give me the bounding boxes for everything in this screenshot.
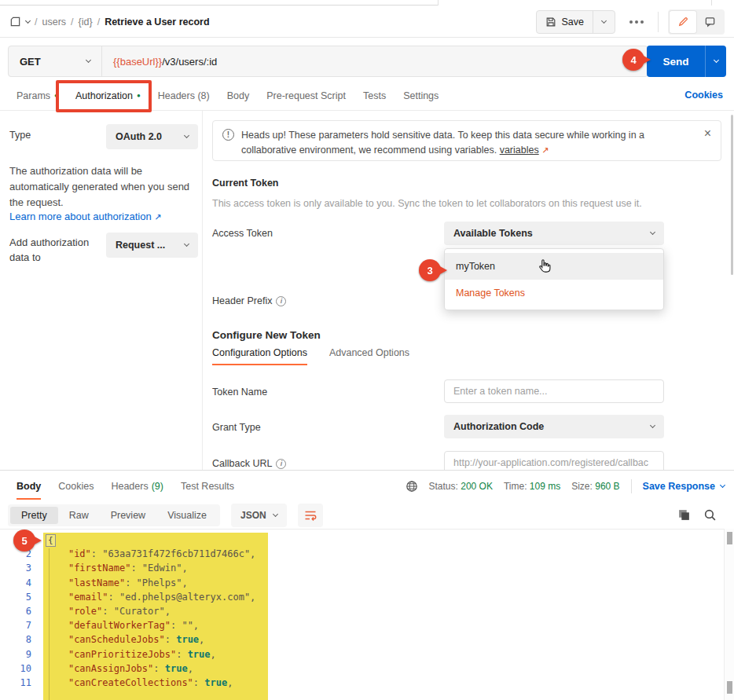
response-tab-headers[interactable]: Headers(9): [102, 471, 172, 502]
method-url-bar: GET {{baseUrl}}/v3/users/:id: [8, 46, 648, 77]
edit-comment-toggle: [668, 9, 725, 35]
tab-label: Authorization: [75, 90, 133, 101]
response-body-viewer[interactable]: 1{2 "id": "63aa731f472f6cb711d7466c",3 "…: [0, 529, 724, 700]
tab-body[interactable]: Body: [218, 82, 259, 110]
view-tab-preview[interactable]: Preview: [100, 507, 156, 524]
menu-item-mytoken[interactable]: myToken: [445, 253, 663, 280]
info-icon[interactable]: i: [276, 459, 286, 469]
save-button[interactable]: Save: [536, 10, 616, 34]
warning-icon: !: [222, 129, 234, 141]
response-scrollbar[interactable]: [724, 529, 734, 700]
grant-type-select[interactable]: Authorization Code: [444, 415, 664, 438]
search-icon[interactable]: [703, 508, 717, 522]
tab-headers-8[interactable]: Headers (8): [149, 82, 218, 110]
line-number[interactable]: 10: [0, 663, 39, 674]
postman-app: / users / {id} / Retrieve a User record …: [0, 0, 734, 700]
breadcrumb-expand-icon[interactable]: [25, 17, 31, 23]
wrap-text-button[interactable]: [298, 504, 323, 527]
response-tab-body[interactable]: Body: [8, 471, 50, 502]
code-content: "canCreateCollections": true,: [39, 677, 233, 688]
callback-url-label: Callback URL i: [212, 458, 286, 469]
token-dropdown-menu: myToken Manage Tokens: [444, 248, 664, 310]
window-tabstrip: [0, 0, 734, 6]
code-line: 10 "canAssignJobs": true,: [0, 662, 724, 676]
modified-dot-icon: ●: [54, 93, 58, 99]
code-line: 7 "defaultWorkerTag": "",: [0, 618, 724, 632]
line-number[interactable]: 4: [0, 577, 39, 588]
code-line: 3 "firstName": "Edwin",: [0, 561, 724, 575]
view-tab-visualize[interactable]: Visualize: [156, 507, 218, 524]
size-pair: Size: 960 B: [571, 481, 619, 492]
line-number[interactable]: 3: [0, 563, 39, 574]
view-tab-pretty[interactable]: Pretty: [10, 507, 58, 524]
globe-icon[interactable]: [406, 480, 418, 493]
code-content: "firstName": "Edwin",: [39, 563, 188, 574]
chevron-down-icon: [273, 511, 278, 517]
auth-scrollbar-thumb[interactable]: [731, 115, 733, 275]
send-button[interactable]: Send: [647, 46, 726, 77]
cookies-link[interactable]: Cookies: [684, 90, 723, 101]
tab-label: Headers (8): [158, 90, 210, 101]
copy-icon[interactable]: [677, 508, 691, 522]
configure-tabs: Configuration OptionsAdvanced Options: [212, 347, 409, 365]
edit-mode-button[interactable]: [670, 11, 696, 33]
response-tab-cookies[interactable]: Cookies: [50, 471, 102, 502]
variables-link[interactable]: variables: [500, 145, 539, 156]
tab-settings[interactable]: Settings: [395, 82, 447, 110]
config-tab-advanced-options[interactable]: Advanced Options: [329, 347, 409, 365]
method-value: GET: [20, 56, 41, 68]
url-input[interactable]: {{baseUrl}}/v3/users/:id: [101, 46, 648, 76]
more-options-button[interactable]: [625, 14, 648, 30]
auth-type-select[interactable]: OAuth 2.0: [106, 124, 198, 149]
chevron-down-icon: [184, 133, 189, 138]
response-tab-test-results[interactable]: Test Results: [172, 471, 243, 502]
auth-description: The authorization data will be automatic…: [9, 163, 200, 211]
method-select[interactable]: GET: [9, 56, 101, 68]
access-token-select[interactable]: Available Tokens: [444, 222, 664, 245]
tab-tests[interactable]: Tests: [354, 82, 395, 110]
config-tab-configuration-options[interactable]: Configuration Options: [212, 347, 307, 365]
info-icon[interactable]: i: [276, 296, 286, 306]
tab-label: Test Results: [181, 481, 234, 492]
auth-type-label: Type: [9, 130, 31, 141]
format-select[interactable]: JSON: [231, 504, 287, 527]
code-line: 4 "lastName": "Phelps",: [0, 576, 724, 590]
comment-icon: [704, 16, 716, 27]
line-number[interactable]: 6: [0, 606, 39, 617]
view-tab-raw[interactable]: Raw: [58, 507, 100, 524]
comment-button[interactable]: [696, 11, 723, 33]
line-number[interactable]: 7: [0, 620, 39, 631]
tab-authorization[interactable]: Authorization●: [67, 82, 149, 110]
tab-params[interactable]: Params●: [8, 82, 67, 110]
scrollbar-thumb[interactable]: [727, 681, 732, 694]
token-name-label: Token Name: [212, 387, 267, 398]
line-number[interactable]: 11: [0, 677, 39, 688]
breadcrumb-subfolder[interactable]: {id}: [79, 16, 93, 27]
save-options-button[interactable]: [593, 10, 615, 34]
scrollbar-thumb[interactable]: [727, 532, 732, 544]
close-warning-button[interactable]: ×: [704, 128, 711, 153]
save-response-button[interactable]: Save Response: [643, 481, 725, 492]
learn-more-link[interactable]: Learn more about authorization ↗: [9, 211, 162, 222]
current-token-description: This access token is only available to y…: [212, 198, 642, 209]
breadcrumb-sep: /: [35, 16, 37, 27]
save-label: Save: [562, 16, 585, 27]
tab-pre-request-script[interactable]: Pre-request Script: [258, 82, 354, 110]
token-name-input[interactable]: [444, 379, 664, 403]
collection-icon[interactable]: [9, 16, 21, 27]
grant-type-label: Grant Type: [212, 422, 261, 433]
send-options-button[interactable]: [705, 46, 726, 77]
save-response-label: Save Response: [643, 481, 715, 492]
code-content: "canPrioritizeJobs": true,: [39, 649, 216, 660]
line-number[interactable]: 8: [0, 634, 39, 645]
tab-label: Cookies: [58, 481, 94, 492]
line-number[interactable]: 9: [0, 649, 39, 660]
line-number[interactable]: 5: [0, 592, 39, 603]
send-label: Send: [647, 56, 705, 68]
access-token-label: Access Token: [212, 228, 273, 239]
add-auth-data-select[interactable]: Request ...: [106, 233, 198, 258]
size-value: 960 B: [595, 481, 619, 492]
code-content: "email": "ed.phelps@alteryx.com",: [39, 592, 255, 603]
breadcrumb-folder[interactable]: users: [42, 16, 66, 27]
menu-item-manage-tokens[interactable]: Manage Tokens: [445, 280, 663, 306]
